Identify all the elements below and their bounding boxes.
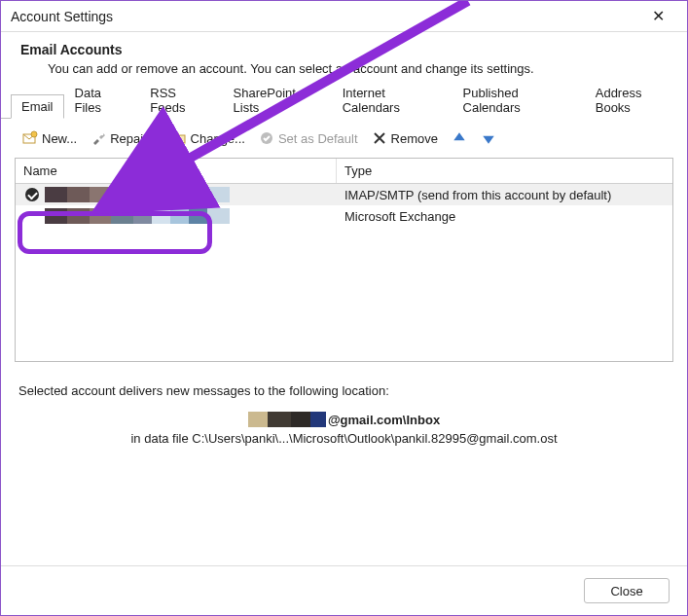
tab-published-calendars[interactable]: Published Calendars xyxy=(453,81,585,119)
change-button[interactable]: Change... xyxy=(167,128,249,148)
window-title: Account Settings xyxy=(11,9,113,24)
redacted-name xyxy=(45,208,230,224)
repair-tools-icon xyxy=(91,130,106,146)
remove-x-icon xyxy=(372,130,387,146)
toolbar: New... Repair... Change... Set as Defaul… xyxy=(1,119,687,158)
arrow-down-icon xyxy=(481,130,496,146)
column-type[interactable]: Type xyxy=(337,159,672,183)
new-button[interactable]: New... xyxy=(18,128,81,148)
tab-data-files[interactable]: Data Files xyxy=(64,81,140,119)
arrow-up-icon xyxy=(452,130,467,146)
change-folder-icon xyxy=(171,130,187,146)
column-name[interactable]: Name xyxy=(16,159,337,183)
close-button-label: Close xyxy=(610,584,642,598)
tab-address-books[interactable]: Address Books xyxy=(585,81,687,119)
tab-email[interactable]: Email xyxy=(11,94,64,119)
change-button-label: Change... xyxy=(191,131,245,146)
remove-button-label: Remove xyxy=(391,131,438,146)
list-row[interactable]: Microsoft Exchange xyxy=(16,205,672,227)
close-icon[interactable]: ✕ xyxy=(638,7,677,25)
tab-internet-calendars[interactable]: Internet Calendars xyxy=(332,81,453,119)
tabstrip: Email Data Files RSS Feeds SharePoint Li… xyxy=(1,93,687,119)
svg-point-2 xyxy=(101,133,104,136)
new-button-label: New... xyxy=(42,131,77,146)
default-account-icon xyxy=(25,188,39,201)
tab-sharepoint-lists[interactable]: SharePoint Lists xyxy=(223,81,332,119)
svg-point-1 xyxy=(31,131,37,137)
svg-rect-4 xyxy=(172,133,178,136)
close-button[interactable]: Close xyxy=(584,578,670,603)
set-default-button[interactable]: Set as Default xyxy=(255,128,362,148)
move-up-button[interactable] xyxy=(448,128,471,148)
list-header: Name Type xyxy=(16,159,672,184)
set-default-button-label: Set as Default xyxy=(278,131,358,146)
accounts-list: Name Type IMAP/SMTP (send from this acco… xyxy=(15,158,673,362)
header-title: Email Accounts xyxy=(20,42,668,57)
redacted-mailbox-prefix xyxy=(248,412,326,427)
check-circle-icon xyxy=(259,130,274,146)
redacted-name xyxy=(45,187,230,202)
new-mail-icon xyxy=(22,130,38,146)
delivery-info: Selected account delivers new messages t… xyxy=(1,362,687,455)
delivery-mailbox: @gmail.com\Inbox xyxy=(18,412,670,427)
list-row[interactable]: IMAP/SMTP (send from this account by def… xyxy=(16,184,672,205)
remove-button[interactable]: Remove xyxy=(368,128,442,148)
move-down-button[interactable] xyxy=(477,128,500,148)
row-type: Microsoft Exchange xyxy=(337,207,672,226)
header-subtitle: You can add or remove an account. You ca… xyxy=(20,61,668,76)
delivery-data-file: in data file C:\Users\panki\...\Microsof… xyxy=(18,431,670,446)
repair-button-label: Repair... xyxy=(110,131,157,146)
repair-button[interactable]: Repair... xyxy=(87,128,161,148)
account-settings-window: Account Settings ✕ Email Accounts You ca… xyxy=(0,0,688,616)
dialog-footer: Close xyxy=(1,565,687,615)
delivery-mailbox-suffix: @gmail.com\Inbox xyxy=(328,413,440,427)
titlebar: Account Settings ✕ xyxy=(1,1,687,32)
row-type: IMAP/SMTP (send from this account by def… xyxy=(337,186,672,204)
tab-rss-feeds[interactable]: RSS Feeds xyxy=(139,81,222,119)
delivery-info-heading: Selected account delivers new messages t… xyxy=(18,383,670,398)
